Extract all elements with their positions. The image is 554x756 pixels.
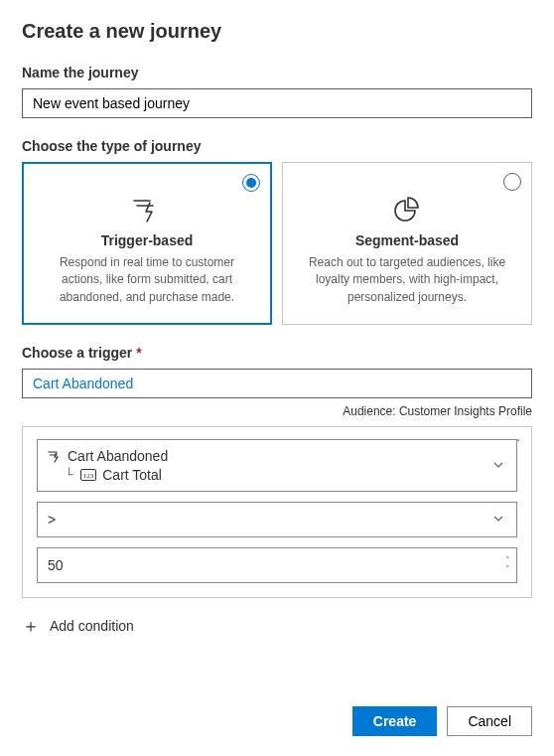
tree-branch-icon: └ [66,468,72,482]
lightning-small-icon [48,449,62,463]
condition-operator-select[interactable]: > [37,502,517,537]
attribute-event-label: Cart Abandoned [68,448,168,464]
type-label: Choose the type of journey [22,138,532,154]
lightning-icon [132,197,162,223]
trigger-label: Choose a trigger * [22,345,532,361]
pie-chart-icon [393,197,421,223]
chevron-down-icon [492,458,504,474]
type-desc-segment: Reach out to targeted audiences, like lo… [297,254,517,306]
cancel-button[interactable]: Cancel [447,706,532,736]
chevron-down-icon [492,512,504,528]
type-title-segment: Segment-based [355,232,459,248]
page-title: Create a new journey [22,20,532,43]
type-title-trigger: Trigger-based [101,232,194,248]
add-condition-button[interactable]: ＋ Add condition [22,612,532,640]
create-button[interactable]: Create [352,706,438,736]
condition-panel: ··· Cart Abandoned └ 123 Cart Total > 50… [22,426,532,598]
journey-type-trigger-based[interactable]: Trigger-based Respond in real time to cu… [22,162,272,325]
condition-value-input[interactable]: 50 ˄ ˅ [37,547,517,583]
radio-trigger-based[interactable] [242,174,260,192]
number-field-icon: 123 [80,469,96,481]
value-stepper[interactable]: ˄ ˅ [505,548,510,582]
condition-attribute-select[interactable]: Cart Abandoned └ 123 Cart Total [37,439,517,492]
radio-segment-based[interactable] [503,173,521,191]
operator-value: > [48,512,56,528]
attribute-field-label: Cart Total [102,467,162,483]
journey-type-segment-based[interactable]: Segment-based Reach out to targeted audi… [282,162,532,325]
type-desc-trigger: Respond in real time to customer actions… [37,254,257,306]
trigger-input[interactable] [22,369,532,398]
svg-text:123: 123 [83,472,94,480]
add-condition-label: Add condition [50,618,134,634]
plus-icon: ＋ [22,614,40,638]
condition-value-text: 50 [48,557,64,573]
chevron-down-icon[interactable]: ˅ [505,565,510,574]
name-label: Name the journey [22,65,532,80]
journey-name-input[interactable] [22,88,532,118]
audience-info: Audience: Customer Insights Profile [22,404,532,418]
